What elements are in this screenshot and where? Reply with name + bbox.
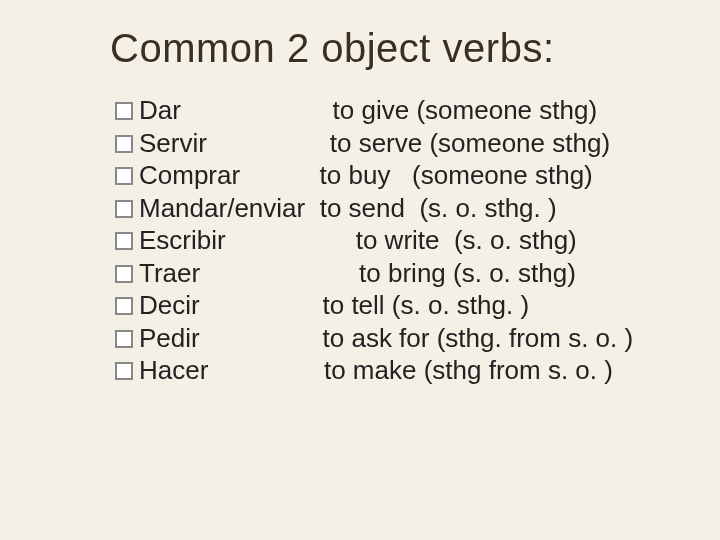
definition-text: to serve (someone sthg) xyxy=(330,128,610,158)
definition-text: to ask for (sthg. from s. o. ) xyxy=(323,323,634,353)
list-item: Hacer to make (sthg from s. o. ) xyxy=(115,354,633,387)
verb-text: Dar xyxy=(139,94,181,127)
definition-text: to send (s. o. sthg. ) xyxy=(320,193,557,223)
slide: Common 2 object verbs: Dar to give (some… xyxy=(0,0,720,540)
slide-title: Common 2 object verbs: xyxy=(110,26,555,71)
list-item: Mandar/enviar to send (s. o. sthg. ) xyxy=(115,192,633,225)
verb-text: Traer xyxy=(139,257,200,290)
square-bullet-icon xyxy=(115,297,133,315)
verb-list: Dar to give (someone sthg) Servir to ser… xyxy=(115,94,633,387)
pad xyxy=(305,193,319,223)
list-item: Pedir to ask for (sthg. from s. o. ) xyxy=(115,322,633,355)
verb-text: Mandar/enviar xyxy=(139,192,305,225)
definition-text: to make (sthg from s. o. ) xyxy=(324,355,613,385)
verb-text: Escribir xyxy=(139,224,226,257)
pad xyxy=(240,160,319,190)
list-item: Escribir to write (s. o. sthg) xyxy=(115,224,633,257)
square-bullet-icon xyxy=(115,167,133,185)
list-item: Dar to give (someone sthg) xyxy=(115,94,633,127)
square-bullet-icon xyxy=(115,135,133,153)
square-bullet-icon xyxy=(115,330,133,348)
pad xyxy=(200,258,359,288)
square-bullet-icon xyxy=(115,200,133,218)
list-item: Servir to serve (someone sthg) xyxy=(115,127,633,160)
pad xyxy=(200,290,323,320)
definition-text: to buy (someone sthg) xyxy=(320,160,593,190)
square-bullet-icon xyxy=(115,265,133,283)
square-bullet-icon xyxy=(115,362,133,380)
pad xyxy=(226,225,356,255)
list-item: Decir to tell (s. o. sthg. ) xyxy=(115,289,633,322)
definition-text: to bring (s. o. sthg) xyxy=(359,258,576,288)
list-item: Traer to bring (s. o. sthg) xyxy=(115,257,633,290)
verb-text: Comprar xyxy=(139,159,240,192)
square-bullet-icon xyxy=(115,232,133,250)
pad xyxy=(181,95,333,125)
verb-text: Decir xyxy=(139,289,200,322)
definition-text: to give (someone sthg) xyxy=(333,95,597,125)
pad xyxy=(200,323,323,353)
square-bullet-icon xyxy=(115,102,133,120)
verb-text: Servir xyxy=(139,127,207,160)
pad xyxy=(208,355,324,385)
pad xyxy=(207,128,330,158)
definition-text: to tell (s. o. sthg. ) xyxy=(322,290,529,320)
definition-text: to write (s. o. sthg) xyxy=(356,225,577,255)
verb-text: Hacer xyxy=(139,354,208,387)
verb-text: Pedir xyxy=(139,322,200,355)
list-item: Comprar to buy (someone sthg) xyxy=(115,159,633,192)
